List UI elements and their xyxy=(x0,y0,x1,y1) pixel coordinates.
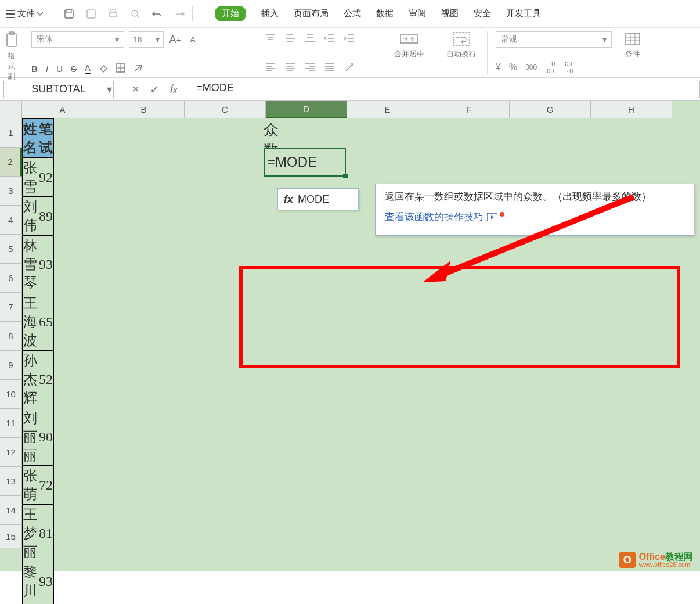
table-cell[interactable]: 72 xyxy=(38,466,54,505)
tab-start[interactable]: 开始 xyxy=(215,6,246,21)
tab-dev-tools[interactable]: 开发工具 xyxy=(506,8,541,19)
row-header-15[interactable]: 15 xyxy=(0,525,22,548)
font-color-icon[interactable]: A xyxy=(85,63,91,74)
column-header-E[interactable]: E xyxy=(347,101,428,118)
align-top-icon[interactable] xyxy=(264,31,277,45)
row-header-6[interactable]: 6 xyxy=(0,264,22,293)
table-cell[interactable]: 王梦丽 xyxy=(23,505,38,562)
merge-center-button[interactable]: 合并居中 xyxy=(388,31,430,59)
indent-decrease-icon[interactable] xyxy=(323,31,337,45)
increase-decimal-button[interactable]: .00→0 xyxy=(563,60,573,74)
row-header-14[interactable]: 14 xyxy=(0,496,22,525)
column-header-C[interactable]: C xyxy=(185,101,266,118)
table-cell[interactable]: 92 xyxy=(38,601,54,605)
indent-increase-icon[interactable] xyxy=(342,31,356,45)
justify-icon[interactable] xyxy=(323,60,337,74)
table-cell[interactable]: 林雪琴 xyxy=(23,236,38,293)
orientation-icon[interactable] xyxy=(342,60,356,74)
row-header-2[interactable]: 2 xyxy=(0,148,22,177)
table-cell[interactable]: 90 xyxy=(38,408,54,466)
tab-page-layout[interactable]: 页面布局 xyxy=(294,8,329,19)
fill-color-icon[interactable] xyxy=(99,63,108,74)
align-middle-icon[interactable] xyxy=(283,31,297,45)
table-cell[interactable]: 81 xyxy=(38,505,54,562)
clear-format-icon[interactable] xyxy=(133,63,143,74)
underline-button[interactable]: U xyxy=(56,64,63,74)
file-menu[interactable]: 文件 xyxy=(6,8,49,19)
preview-icon[interactable] xyxy=(129,8,141,20)
column-header-D[interactable]: D xyxy=(266,101,347,118)
italic-button[interactable]: I xyxy=(46,64,48,74)
table-cell[interactable]: 52 xyxy=(38,351,54,408)
save-as-icon[interactable] xyxy=(85,8,97,20)
table-cell[interactable]: 王海波 xyxy=(23,293,38,351)
align-center-icon[interactable] xyxy=(283,60,297,74)
tab-review[interactable]: 审阅 xyxy=(409,8,426,19)
tab-security[interactable]: 安全 xyxy=(474,8,491,19)
row-header-11[interactable]: 11 xyxy=(0,409,22,438)
font-name-select[interactable]: 宋体 ▾ xyxy=(31,31,124,48)
comma-button[interactable]: 000 xyxy=(525,63,537,71)
column-header-G[interactable]: G xyxy=(510,101,591,118)
name-box[interactable]: SUBTOTAL ▾ xyxy=(3,81,114,98)
tab-view[interactable]: 视图 xyxy=(441,8,459,19)
tab-insert[interactable]: 插入 xyxy=(261,8,279,19)
wrap-text-button[interactable]: 自动换行 xyxy=(441,31,482,59)
row-header-7[interactable]: 7 xyxy=(0,293,22,322)
bold-button[interactable]: B xyxy=(31,64,38,74)
grow-font-icon[interactable]: A+ xyxy=(168,33,182,46)
active-cell-d2[interactable]: =MODE xyxy=(264,148,346,177)
row-header-1[interactable]: 1 xyxy=(0,118,22,148)
tab-formulas[interactable]: 公式 xyxy=(344,8,361,19)
save-icon[interactable] xyxy=(63,8,75,20)
tooltip-link[interactable]: 查看该函数的操作技巧 xyxy=(385,210,684,224)
font-size-select[interactable]: 16 ▾ xyxy=(129,31,164,48)
align-bottom-icon[interactable] xyxy=(303,31,317,45)
accept-formula-icon[interactable]: ✓ xyxy=(150,82,160,96)
select-all-corner[interactable] xyxy=(0,101,22,118)
formula-autocomplete[interactable]: fx MODE xyxy=(277,188,359,210)
table-cell[interactable]: 刘丽丽 xyxy=(23,408,38,466)
align-left-icon[interactable] xyxy=(264,60,277,74)
undo-icon[interactable] xyxy=(151,8,163,20)
row-header-10[interactable]: 10 xyxy=(0,380,22,409)
table-cell[interactable]: 张雪 xyxy=(23,601,38,605)
table-cell[interactable]: 张雪 xyxy=(23,158,38,197)
row-header-8[interactable]: 8 xyxy=(0,322,22,351)
column-header-F[interactable]: F xyxy=(428,101,510,118)
table-cell[interactable]: 刘伟 xyxy=(23,197,38,236)
column-header-A[interactable]: A xyxy=(22,101,103,118)
column-header-H[interactable]: H xyxy=(591,101,672,118)
align-right-icon[interactable] xyxy=(303,60,317,74)
table-cell[interactable]: 93 xyxy=(38,562,54,601)
conditional-format-button[interactable]: 条件 xyxy=(620,31,645,59)
fx-icon[interactable]: fx xyxy=(170,82,178,96)
number-format-select[interactable]: 常规 ▾ xyxy=(496,31,612,48)
table-cell[interactable]: 92 xyxy=(38,158,54,197)
percent-button[interactable]: % xyxy=(509,62,517,73)
cancel-formula-icon[interactable]: × xyxy=(132,82,139,96)
redo-icon[interactable] xyxy=(174,8,185,20)
strike-button[interactable]: S xyxy=(71,64,77,74)
currency-button[interactable]: ¥ xyxy=(496,62,501,73)
row-header-12[interactable]: 12 xyxy=(0,438,22,467)
border-icon[interactable] xyxy=(116,63,125,74)
decrease-decimal-button[interactable]: ←0.00 xyxy=(545,60,555,74)
row-header-3[interactable]: 3 xyxy=(0,177,22,206)
print-icon[interactable] xyxy=(107,8,119,20)
table-cell[interactable]: 张萌 xyxy=(23,466,38,505)
clipboard-icon[interactable] xyxy=(3,31,20,51)
tab-data[interactable]: 数据 xyxy=(376,8,394,19)
table-cell[interactable]: 黎川 xyxy=(23,562,38,601)
shrink-font-icon[interactable]: A- xyxy=(187,33,201,46)
table-cell[interactable]: 89 xyxy=(38,197,54,236)
formula-input[interactable]: =MODE xyxy=(190,81,700,98)
row-header-13[interactable]: 13 xyxy=(0,467,22,496)
row-header-9[interactable]: 9 xyxy=(0,351,22,380)
column-header-B[interactable]: B xyxy=(103,101,185,118)
table-cell[interactable]: 孙杰辉 xyxy=(23,351,38,408)
table-cell[interactable]: 65 xyxy=(38,293,54,351)
row-header-5[interactable]: 5 xyxy=(0,235,22,264)
table-cell[interactable]: 93 xyxy=(38,236,54,293)
row-header-4[interactable]: 4 xyxy=(0,206,22,235)
